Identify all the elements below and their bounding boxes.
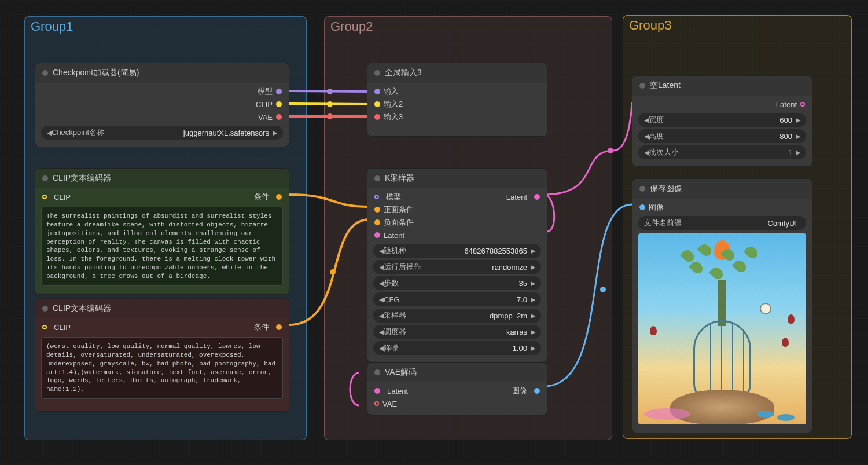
port-dot-icon	[639, 204, 645, 210]
input-port-1[interactable]: 输入	[367, 85, 547, 98]
output-vae[interactable]: VAE	[35, 111, 289, 123]
output-image-port[interactable]	[534, 388, 540, 394]
collapse-icon[interactable]	[639, 186, 645, 192]
port-dot-icon	[276, 101, 282, 107]
collapse-icon[interactable]	[42, 306, 48, 312]
negative-prompt-input[interactable]: (worst quality, low quality, normal qual…	[41, 337, 283, 399]
input-negative[interactable]: 负面条件	[367, 216, 547, 229]
checkpoint-name-selector[interactable]: ◀ Checkpoint名称 juggernautXL.safetensors …	[41, 126, 283, 140]
steps-widget[interactable]: ◀步数35▶	[373, 276, 541, 290]
collapse-icon[interactable]	[639, 83, 645, 89]
width-widget[interactable]: ◀宽度600▶	[638, 113, 806, 127]
sampler-widget[interactable]: ◀采样器dpmpp_2m▶	[373, 309, 541, 323]
output-conditioning-port[interactable]	[276, 194, 282, 200]
positive-prompt-input[interactable]: The surrealist paintings of absurdist an…	[41, 207, 283, 286]
input-clip-port[interactable]	[42, 195, 47, 199]
node-clip-negative[interactable]: CLIP文本编码器 CLIP 条件 (worst quality, low qu…	[35, 298, 289, 412]
port-dot-icon	[374, 401, 379, 406]
node-empty-latent[interactable]: 空Latent Latent ◀宽度600▶ ◀高度800▶ ◀批次大小1▶	[632, 75, 812, 167]
seed-widget[interactable]: ◀随机种648267882553865▶	[373, 244, 541, 258]
batch-widget[interactable]: ◀批次大小1▶	[638, 145, 806, 159]
filename-prefix-widget[interactable]: 文件名前缀 ComfyUI	[638, 216, 806, 230]
node-vae-decode[interactable]: VAE解码 Latent 图像 VAE	[367, 362, 547, 415]
output-conditioning-port[interactable]	[276, 324, 282, 330]
input-image[interactable]: 图像	[632, 201, 812, 214]
node-global-input[interactable]: 全局输入3 输入 输入2 输入3	[367, 63, 547, 137]
port-dot-icon	[374, 114, 380, 120]
node-title: CLIP文本编码器	[53, 173, 111, 184]
input-port-3[interactable]: 输入3	[367, 111, 547, 123]
input-model-port[interactable]	[374, 195, 379, 199]
collapse-icon[interactable]	[42, 70, 48, 76]
port-dot-icon	[800, 102, 805, 107]
node-title: K采样器	[385, 173, 414, 184]
collapse-icon[interactable]	[42, 175, 48, 181]
port-dot-icon	[374, 101, 380, 107]
output-model[interactable]: 模型	[35, 85, 289, 98]
output-clip[interactable]: CLIP	[35, 98, 289, 111]
group-2-label: Group2	[325, 17, 612, 36]
node-title: Checkpoint加载器(简易)	[53, 68, 139, 78]
node-ksampler[interactable]: K采样器 模型 Latent 正面条件 负面条件 Latent ◀随机种6482…	[367, 168, 547, 363]
control-after-widget[interactable]: ◀运行后操作randomize▶	[373, 260, 541, 274]
node-title: 保存图像	[650, 184, 682, 194]
chevron-left-icon: ◀	[47, 129, 52, 137]
collapse-icon[interactable]	[374, 175, 380, 181]
height-widget[interactable]: ◀高度800▶	[638, 129, 806, 143]
input-latent-port[interactable]	[374, 388, 380, 394]
scheduler-widget[interactable]: ◀调度器karras▶	[373, 325, 541, 339]
input-vae[interactable]: VAE	[367, 397, 547, 410]
node-title: CLIP文本编码器	[53, 303, 111, 314]
node-title: 空Latent	[650, 80, 681, 91]
input-clip-port[interactable]	[42, 325, 47, 329]
node-checkpoint-loader[interactable]: Checkpoint加载器(简易) 模型 CLIP VAE ◀ Checkpoi…	[35, 63, 289, 147]
node-clip-positive[interactable]: CLIP文本编码器 CLIP 条件 The surrealist paintin…	[35, 168, 289, 295]
denoise-widget[interactable]: ◀降噪1.00▶	[373, 341, 541, 355]
group-3-label: Group3	[623, 16, 851, 35]
port-dot-icon	[276, 89, 282, 94]
node-title: 全局输入3	[385, 68, 422, 78]
port-row: CLIP 条件	[35, 191, 289, 203]
port-dot-icon	[374, 232, 380, 238]
port-dot-icon	[374, 89, 380, 94]
cfg-widget[interactable]: ◀CFG7.0▶	[373, 292, 541, 306]
collapse-icon[interactable]	[374, 369, 380, 375]
output-image-preview[interactable]	[638, 233, 806, 424]
port-dot-icon	[374, 207, 380, 213]
node-title: VAE解码	[385, 367, 417, 378]
chevron-right-icon: ▶	[273, 129, 277, 137]
group-1-label: Group1	[25, 17, 306, 36]
input-latent[interactable]: Latent	[367, 229, 547, 241]
input-positive[interactable]: 正面条件	[367, 203, 547, 216]
input-port-2[interactable]: 输入2	[367, 98, 547, 111]
port-dot-icon	[276, 114, 282, 120]
node-save-image[interactable]: 保存图像 图像 文件名前缀 ComfyUI	[632, 178, 812, 433]
port-row: CLIP 条件	[35, 321, 289, 334]
output-latent[interactable]: Latent	[632, 98, 812, 111]
output-latent-port[interactable]	[534, 194, 540, 200]
collapse-icon[interactable]	[374, 70, 380, 76]
port-dot-icon	[374, 219, 380, 225]
